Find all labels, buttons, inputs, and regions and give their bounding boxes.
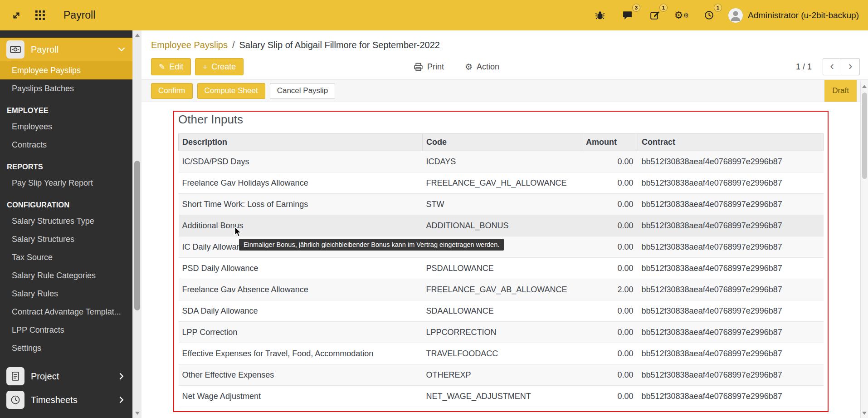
cell-contract: bb512f30838aeaf4e0768997e2996b87 [638,236,824,258]
messages-icon[interactable]: 3 [619,7,635,24]
pager-next-button[interactable]: › [841,58,860,75]
content-scrollbar-thumb[interactable] [862,93,867,179]
cell-code: STW [423,194,582,215]
sidebar-item-tax-source[interactable]: Tax Source [0,248,132,266]
cell-amount: 0.00 [582,300,638,322]
sidebar-item-salary-structures[interactable]: Salary Structures [0,230,132,248]
cell-amount: 0.00 [582,258,638,279]
cell-amount: 0.00 [582,386,638,407]
settings-gears-icon[interactable]: ⚙⚙ [673,7,690,24]
expand-icon[interactable] [8,7,24,24]
cell-description: Freelance Gav Holidays Allowance [179,172,423,194]
scroll-up-arrow[interactable] [862,85,867,88]
cancel-payslip-button[interactable]: Cancel Payslip [270,83,335,99]
sidebar-item-label: Salary Rule Categories [12,271,96,280]
user-menu[interactable]: Administrator (u-2bit-backup) [728,8,859,23]
activities-clock-icon[interactable]: 1 [701,7,717,24]
sidebar-item-contracts[interactable]: Contracts [0,136,132,154]
sidebar-item-settings[interactable]: Settings [0,339,132,357]
sidebar-item-salary-rules[interactable]: Salary Rules [0,285,132,303]
column-header-description: Description [179,134,423,151]
cell-amount: 0.00 [582,194,638,215]
pager-previous-button[interactable]: ‹ [823,58,841,75]
print-button-label: Print [427,62,444,72]
table-row[interactable]: Net Wage Adjustment NET_WAGE_ADJUSTMENT … [179,386,824,407]
cell-code: FREELANCE_GAV_HL_ALLOWANCE [423,172,582,194]
breadcrumb: Employee Payslips / Salary Slip of Abiga… [141,30,868,54]
sidebar-item-salary-structures-type[interactable]: Salary Structures Type [0,212,132,230]
create-button[interactable]: + Create [195,58,244,75]
table-row[interactable]: IC/SDA/PSD Days ICDAYS 0.00 bb512f30838a… [179,151,824,172]
compute-sheet-button[interactable]: Compute Sheet [197,83,265,99]
cell-code: PSDALLOWANCE [423,258,582,279]
cell-contract: bb512f30838aeaf4e0768997e2996b87 [638,279,824,300]
edit-button[interactable]: ✎ Edit [151,58,191,75]
cell-contract: bb512f30838aeaf4e0768997e2996b87 [638,300,824,322]
edit-button-label: Edit [169,62,183,72]
sidebar: Payroll Employee Payslips Payslips Batch… [0,30,132,418]
sidebar-scrollbar[interactable] [132,30,141,418]
scroll-down-arrow[interactable] [135,412,140,415]
table-row[interactable]: PSD Daily Allowance PSDALLOWANCE 0.00 bb… [179,258,824,279]
cell-contract: bb512f30838aeaf4e0768997e2996b87 [638,172,824,194]
cell-contract: bb512f30838aeaf4e0768997e2996b87 [638,258,824,279]
action-button[interactable]: ⚙ Action [465,62,499,72]
cell-amount: 0.00 [582,343,638,364]
column-header-amount: Amount [582,134,638,151]
cell-code: LPPCORRECTION [423,322,582,343]
cell-description: Other Effective Expenses [179,364,423,386]
create-button-label: Create [211,62,236,72]
sidebar-section-reports: REPORTS [0,159,132,174]
notes-icon[interactable]: 1 [646,7,663,24]
sidebar-item-employee-payslips[interactable]: Employee Payslips [0,61,132,79]
gear-icon: ⚙ [465,63,473,71]
print-button[interactable]: Print [414,62,444,72]
debug-bug-icon[interactable] [592,7,608,24]
sidebar-item-project[interactable]: Project [0,364,132,388]
apps-grid-icon[interactable] [32,7,48,24]
status-badge-draft: Draft [824,80,857,102]
chevron-right-icon [117,372,126,381]
sidebar-item-contract-advantage-templates[interactable]: Contract Advantage Templat... [0,303,132,321]
user-name: Administrator (u-2bit-backup) [748,10,859,20]
sidebar-item-label: Employee Payslips [12,66,81,75]
sidebar-scrollbar-thumb[interactable] [134,161,140,310]
table-row[interactable]: Freelance Gav Absence Allowance FREELANC… [179,279,824,300]
column-header-code: Code [423,134,582,151]
cell-description: Net Wage Adjustment [179,386,423,407]
sidebar-item-timesheets[interactable]: Timesheets [0,388,132,412]
sidebar-item-label: Contracts [12,140,47,150]
cell-code: SDAALLOWANCE [423,300,582,322]
sidebar-item-payroll[interactable]: Payroll [0,38,132,61]
table-row[interactable]: Short Time Work: Loss of Earnings STW 0.… [179,194,824,215]
cell-code: FREELANCE_GAV_AB_ALLOWANCE [423,279,582,300]
sidebar-item-salary-rule-categories[interactable]: Salary Rule Categories [0,266,132,285]
cell-contract: bb512f30838aeaf4e0768997e2996b87 [638,364,824,386]
sidebar-item-payslips-batches[interactable]: Payslips Batches [0,79,132,98]
table-row[interactable]: LPP Correction LPPCORRECTION 0.00 bb512f… [179,322,824,343]
table-row[interactable]: Effective Expenses for Travel, Food, Acc… [179,343,824,364]
scroll-up-arrow[interactable] [135,34,140,37]
payroll-banknote-icon [6,40,24,59]
statusbar: Confirm Compute Sheet Cancel Payslip Dra… [141,79,868,102]
table-row-additional-bonus[interactable]: Additional Bonus ADDITIONAL_BONUS 0.00 b… [179,215,824,236]
table-row[interactable]: Other Effective Expenses OTHEREXP 0.00 b… [179,364,824,386]
other-inputs-table: Description Code Amount Contract IC/SDA/… [178,133,824,407]
pager-count: 1 / 1 [796,62,812,72]
sidebar-item-lpp-contracts[interactable]: LPP Contracts [0,321,132,339]
table-row[interactable]: Freelance Gav Holidays Allowance FREELAN… [179,172,824,194]
scroll-down-arrow[interactable] [862,412,867,415]
sidebar-item-label: Salary Structures Type [12,216,94,226]
sidebar-item-employees[interactable]: Employees [0,118,132,136]
confirm-button[interactable]: Confirm [151,83,193,99]
breadcrumb-parent-link[interactable]: Employee Payslips [151,40,228,50]
sidebar-item-label: Contract Advantage Templat... [12,307,121,317]
chevron-right-icon: › [848,59,853,73]
table-row[interactable]: SDA Daily Allowance SDAALLOWANCE 0.00 bb… [179,300,824,322]
section-title: Other Inputs [178,113,868,127]
cell-description: PSD Daily Allowance [179,258,423,279]
cell-description: Freelance Gav Absence Allowance [179,279,423,300]
chevron-right-icon [117,395,126,404]
sidebar-item-pay-slip-yearly-report[interactable]: Pay Slip Yearly Report [0,174,132,192]
content-scrollbar[interactable] [860,82,868,418]
